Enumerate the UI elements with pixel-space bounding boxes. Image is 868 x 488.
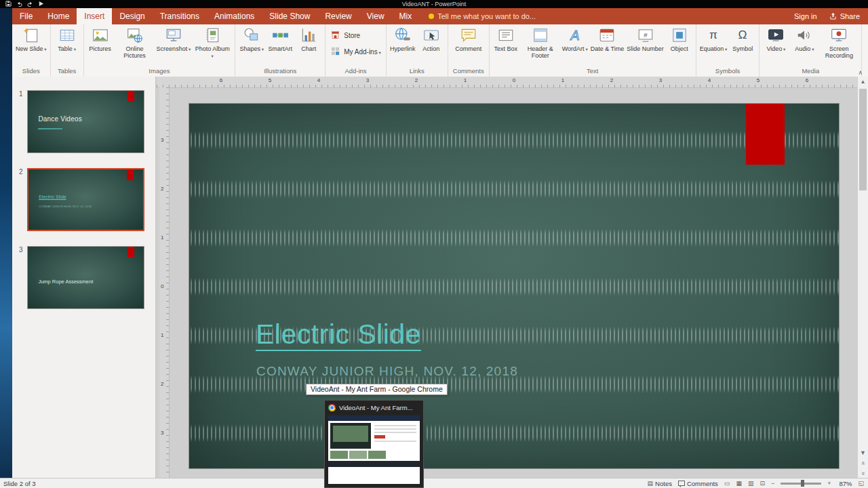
group-label-illustrations: Illustrations xyxy=(237,66,323,77)
chart-button[interactable]: Chart xyxy=(294,24,323,52)
thumbnail-slide-3[interactable]: 3 Jump Rope Assessment xyxy=(12,246,155,309)
window-title: VideoANT - PowerPoint xyxy=(0,0,868,8)
my-add-ins-button[interactable]: My Add-ins xyxy=(328,45,384,59)
tab-home[interactable]: Home xyxy=(40,8,77,24)
preview-page-thumbnail[interactable] xyxy=(328,415,420,484)
slide-subtitle-textbox[interactable]: CONWAY JUNIOR HIGH, NOV. 12, 2018 xyxy=(256,364,518,379)
object-button[interactable]: Object xyxy=(665,24,694,52)
slide-sorter-view-button[interactable]: ▦ xyxy=(736,480,742,487)
ribbon-group-links: Hyperlink Action Links xyxy=(387,24,448,77)
screenshot-button[interactable]: Screenshot xyxy=(155,24,193,52)
ruler-number: 2 xyxy=(415,77,418,83)
tab-insert[interactable]: Insert xyxy=(77,8,112,24)
video-button[interactable]: Video xyxy=(762,24,790,52)
ruler-number: 3 xyxy=(161,137,163,143)
slide-number-button[interactable]: # Slide Number xyxy=(625,24,665,52)
slide-indicator[interactable]: Slide 2 of 3 xyxy=(0,480,36,487)
table-icon xyxy=(58,26,76,44)
scrollbar-thumb[interactable] xyxy=(859,89,867,190)
preview-video-player xyxy=(330,423,371,449)
hyperlink-button[interactable]: Hyperlink xyxy=(389,24,417,52)
previous-slide-button[interactable]: « xyxy=(858,458,868,468)
hyperlink-icon xyxy=(394,26,412,44)
zoom-percentage[interactable]: 87% xyxy=(837,480,852,487)
tab-file[interactable]: File xyxy=(12,8,40,24)
pictures-icon xyxy=(92,26,109,44)
table-button[interactable]: Table xyxy=(53,24,81,52)
header-footer-icon xyxy=(532,26,549,44)
next-slide-button[interactable]: » xyxy=(858,468,868,479)
new-slide-button[interactable]: New Slide xyxy=(14,24,48,52)
zoom-in-button[interactable]: + xyxy=(827,480,831,487)
thumbnail-slide-1[interactable]: 1 Dance Videos xyxy=(12,90,155,153)
thumbnail-red-accent xyxy=(127,247,134,258)
group-label-add-ins: Add-ins xyxy=(328,66,384,77)
notes-button[interactable]: ▤ Notes xyxy=(648,480,672,487)
date-time-button[interactable]: Date & Time xyxy=(589,24,626,52)
normal-view-button[interactable]: ▭ xyxy=(724,480,730,487)
comments-button[interactable]: Comments xyxy=(678,480,718,487)
thumbnail-canvas[interactable]: Dance Videos xyxy=(27,90,144,153)
ruler-number: 1 xyxy=(161,332,163,338)
double-chevron-down-icon: » xyxy=(858,472,868,475)
ruler-number: 2 xyxy=(161,381,163,387)
zoom-slider[interactable] xyxy=(781,483,821,485)
tab-transitions[interactable]: Transitions xyxy=(153,8,207,24)
smartart-button[interactable]: SmartArt xyxy=(266,24,294,52)
scroll-up-arrow-icon[interactable]: ▲ xyxy=(858,77,868,87)
vertical-scrollbar[interactable]: ▲ ▼ « » xyxy=(857,77,868,479)
comment-button[interactable]: Comment xyxy=(454,24,483,52)
object-icon xyxy=(671,26,688,44)
my-add-ins-icon xyxy=(330,46,340,58)
date-time-icon xyxy=(598,26,616,44)
shapes-button[interactable]: Shapes xyxy=(237,24,266,52)
preview-window-title: VideoAnt - My Ant Farm... xyxy=(339,404,413,411)
tab-slide-show[interactable]: Slide Show xyxy=(262,8,317,24)
photo-album-button[interactable]: Photo Album xyxy=(192,24,233,60)
zoom-out-button[interactable]: − xyxy=(771,480,774,487)
ribbon-group-images: Pictures Online Pictures Screenshot Phot… xyxy=(84,24,236,77)
tab-mix[interactable]: Mix xyxy=(392,8,420,24)
ruler-number: 4 xyxy=(708,77,711,83)
thumbnail-red-accent xyxy=(127,91,134,102)
tab-animations[interactable]: Animations xyxy=(207,8,262,24)
screen-recording-button[interactable]: Screen Recording xyxy=(818,24,859,60)
fit-slide-to-window-button[interactable]: ◱ xyxy=(858,480,864,487)
action-button[interactable]: Action xyxy=(417,24,446,52)
photo-album-icon xyxy=(203,26,221,44)
thumbnail-slide-2[interactable]: 2 Electric Slide CONWAY JUNIOR HIGH, NOV… xyxy=(12,168,155,231)
reading-view-button[interactable]: ▥ xyxy=(748,480,754,487)
slide-canvas[interactable]: Electric Slide CONWAY JUNIOR HIGH, NOV. … xyxy=(189,103,840,469)
tell-me-box[interactable]: Tell me what you want to do... xyxy=(429,8,536,24)
symbol-button[interactable]: Ω Symbol xyxy=(728,24,757,52)
sign-in-button[interactable]: Sign in xyxy=(794,12,817,20)
online-pictures-button[interactable]: Online Pictures xyxy=(115,24,155,60)
ruler-number: 0 xyxy=(513,77,515,83)
store-button[interactable]: Store xyxy=(328,28,384,43)
tab-review[interactable]: Review xyxy=(317,8,359,24)
tab-design[interactable]: Design xyxy=(112,8,152,24)
share-button[interactable]: Share xyxy=(829,12,860,21)
thumbnail-number: 3 xyxy=(19,246,23,253)
taskbar-window-preview[interactable]: VideoAnt - My Ant Farm... xyxy=(324,400,424,488)
header-footer-button[interactable]: Header & Footer xyxy=(520,24,561,60)
thumbnail-canvas[interactable]: Electric Slide CONWAY JUNIOR HIGH, NOV. … xyxy=(27,168,144,231)
collapse-ribbon-chevron[interactable]: ∧ xyxy=(858,69,863,76)
equation-button[interactable]: π Equation xyxy=(698,24,729,52)
scroll-down-arrow-icon[interactable]: ▼ xyxy=(858,448,868,458)
slide-red-accent-shape[interactable] xyxy=(746,104,785,165)
tab-view[interactable]: View xyxy=(359,8,392,24)
pictures-button[interactable]: Pictures xyxy=(86,24,115,52)
thumbnail-title: Jump Rope Assessment xyxy=(38,279,93,285)
zoom-slider-knob[interactable] xyxy=(801,480,804,487)
text-box-button[interactable]: Text Box xyxy=(492,24,520,52)
thumbnail-number: 2 xyxy=(19,168,23,176)
smartart-icon xyxy=(271,26,289,44)
thumbnail-canvas[interactable]: Jump Rope Assessment xyxy=(27,246,144,309)
online-pictures-icon xyxy=(126,26,144,44)
group-label-slides: Slides xyxy=(14,66,48,77)
slideshow-view-button[interactable]: ⊡ xyxy=(760,480,765,487)
slide-title-textbox[interactable]: Electric Slide xyxy=(256,319,421,350)
audio-button[interactable]: Audio xyxy=(790,24,818,52)
wordart-button[interactable]: A WordArt xyxy=(561,24,589,52)
